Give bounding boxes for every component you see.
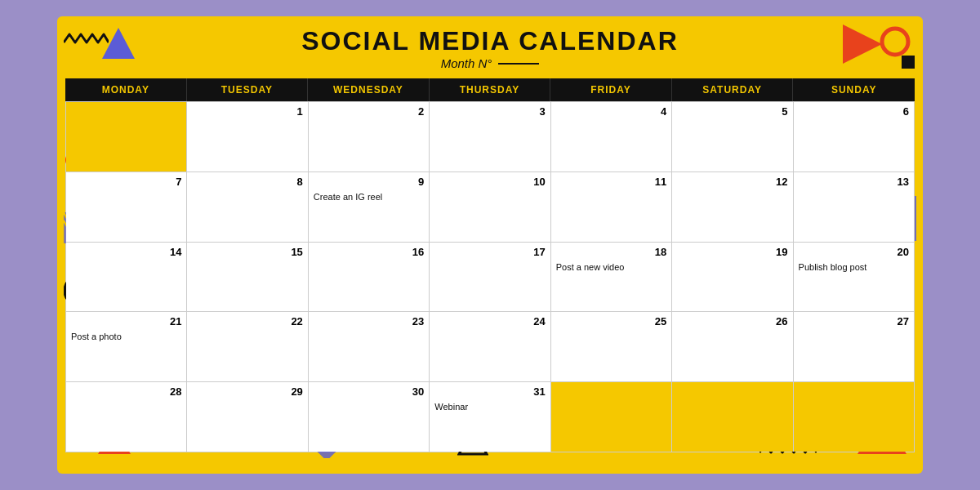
cell-number: 30 [314,385,424,398]
svg-point-2 [882,29,908,55]
table-row[interactable]: 18Post a new video [551,242,672,312]
table-row[interactable]: 17 [430,242,550,312]
table-row[interactable] [66,101,187,172]
day-monday: MONDAY [65,78,187,101]
calendar-title: SOCIAL MEDIA CALENDAR [57,26,923,56]
cell-number: 21 [71,315,181,327]
cell-number: 24 [434,315,545,327]
subtitle-text: Month N° [441,56,492,70]
table-row[interactable]: 20Publish blog post [794,242,915,312]
svg-marker-0 [102,28,135,59]
table-row[interactable]: 24 [430,311,550,381]
table-row[interactable]: 6 [794,101,915,172]
cell-number: 13 [799,176,909,188]
table-row[interactable]: 7 [66,172,187,242]
cell-number: 29 [192,385,302,398]
cell-number: 11 [556,176,666,188]
table-row[interactable]: 21Post a photo [66,311,187,381]
cell-number: 15 [192,246,302,258]
table-row[interactable]: 15 [187,242,308,312]
table-row[interactable]: 11 [551,172,672,242]
day-tuesday: TUESDAY [187,78,309,101]
table-row[interactable] [672,381,793,452]
cell-number: 20 [799,246,909,258]
table-row[interactable]: 25 [551,311,672,381]
table-row[interactable]: 19 [672,242,793,312]
table-row[interactable]: 14 [66,242,187,312]
table-row[interactable]: 31Webinar [430,381,550,452]
table-row[interactable]: 30 [309,381,430,452]
cell-event-text: Webinar [434,401,545,412]
table-row[interactable]: 16 [309,242,430,312]
zigzag-tl-icon [64,31,105,47]
table-row[interactable]: 1 [187,101,308,172]
cell-number: 23 [314,315,424,327]
cell-event-text: Post a new video [556,261,666,273]
table-row[interactable]: 26 [672,311,793,381]
table-row[interactable]: 22 [187,311,308,381]
svg-marker-1 [843,24,882,64]
table-row[interactable]: 13 [794,172,915,242]
cell-event-text: Publish blog post [799,261,909,273]
day-friday: FRIDAY [550,78,672,101]
cell-number: 4 [556,105,666,118]
table-row[interactable]: 4 [551,101,672,172]
table-row[interactable]: 5 [672,101,793,172]
table-row[interactable]: 2 [309,101,430,172]
table-row[interactable]: 23 [309,311,430,381]
cell-number: 16 [314,246,424,258]
day-saturday: SATURDAY [672,78,794,101]
calendar-grid: 123456789Create an IG reel10111213141516… [65,101,915,452]
cell-event-text: Post a photo [71,331,181,342]
table-row[interactable]: 12 [672,172,793,242]
cell-number: 27 [799,315,909,327]
day-sunday: SUNDAY [793,78,915,101]
cell-number: 7 [71,176,181,188]
black-square-tr-icon [902,56,915,69]
table-row[interactable]: 8 [187,172,308,242]
blue-triangle-tl-icon [102,28,135,62]
table-row[interactable]: 9Create an IG reel [309,172,430,242]
cell-number: 5 [677,105,787,118]
cell-number: 18 [556,246,666,258]
cell-number: 28 [71,385,181,398]
cell-number: 8 [192,176,302,188]
subtitle-line [498,63,539,65]
cell-event-text: Create an IG reel [314,191,424,203]
calendar-subtitle: Month N° [57,56,923,70]
day-wednesday: WEDNESDAY [308,78,430,101]
orange-triangle-tr-icon [843,24,882,67]
table-row[interactable]: 3 [430,101,550,172]
cell-number: 1 [192,105,302,118]
calendar-container: SOCIAL MEDIA CALENDAR Month N° MONDAY TU… [57,16,923,474]
cell-number: 2 [314,105,424,118]
table-row[interactable]: 10 [430,172,550,242]
cell-number: 31 [434,385,545,398]
cell-number: 9 [314,176,424,188]
cell-number: 22 [192,315,302,327]
cell-number: 3 [434,105,545,118]
table-row[interactable] [551,381,672,452]
table-row[interactable]: 28 [66,381,187,452]
cell-number: 14 [71,246,181,258]
days-header: MONDAY TUESDAY WEDNESDAY THURSDAY FRIDAY… [65,78,915,101]
table-row[interactable]: 27 [794,311,915,381]
cell-number: 19 [677,246,787,258]
cell-number: 6 [799,105,909,118]
calendar-header: SOCIAL MEDIA CALENDAR Month N° [57,16,923,74]
cell-number: 10 [434,176,545,188]
table-row[interactable] [794,381,915,452]
cell-number: 26 [677,315,787,327]
cell-number: 25 [556,315,666,327]
table-row[interactable]: 29 [187,381,308,452]
day-thursday: THURSDAY [430,78,551,101]
cell-number: 17 [434,246,545,258]
cell-number: 12 [677,176,787,188]
